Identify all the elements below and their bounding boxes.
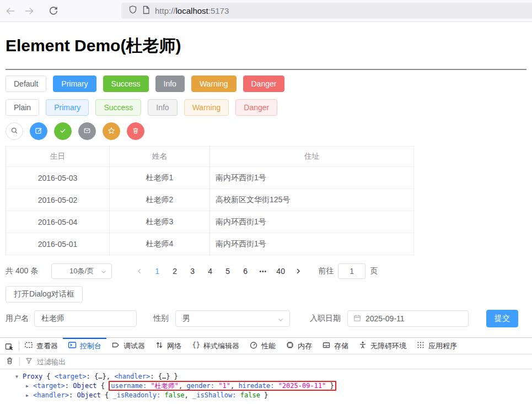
plain-button[interactable]: Plain bbox=[6, 99, 39, 116]
network-icon bbox=[155, 341, 164, 351]
tab-inspector[interactable]: 查看器 bbox=[19, 338, 63, 354]
success-button[interactable]: Success bbox=[103, 76, 149, 92]
page-number-5[interactable]: 5 bbox=[219, 267, 237, 276]
default-button[interactable]: Default bbox=[6, 76, 46, 92]
column-header-address: 住址 bbox=[210, 147, 414, 167]
plain-info-button[interactable]: Info bbox=[148, 99, 177, 116]
table-row[interactable]: 2016-05-03 杜老师1 南内环西街1号 bbox=[6, 167, 414, 189]
divider bbox=[6, 69, 526, 70]
page-number-6[interactable]: 6 bbox=[237, 267, 254, 276]
object-classname: Object bbox=[77, 391, 100, 399]
expand-caret-icon[interactable]: ▶ bbox=[26, 391, 33, 400]
primary-button[interactable]: Primary bbox=[53, 76, 96, 92]
submit-button[interactable]: 提交 bbox=[486, 310, 518, 327]
pick-element-icon[interactable] bbox=[0, 338, 19, 354]
tab-debugger[interactable]: 调试器 bbox=[106, 338, 150, 354]
page-info-icon[interactable] bbox=[142, 6, 150, 17]
plain-warning-button[interactable]: Warning bbox=[184, 99, 229, 116]
page-number-4[interactable]: 4 bbox=[201, 267, 219, 276]
collapse-caret-icon[interactable]: ▼ bbox=[15, 373, 23, 381]
string-value: "1" bbox=[218, 382, 230, 390]
column-header-name: 姓名 bbox=[110, 147, 210, 167]
tab-storage[interactable]: 存储 bbox=[317, 338, 353, 354]
plain-success-button[interactable]: Success bbox=[95, 99, 141, 116]
tab-label: 样式编辑器 bbox=[203, 341, 239, 351]
chevron-down-icon bbox=[277, 316, 284, 325]
cell-address: 南内环西街1号 bbox=[210, 233, 414, 255]
tab-accessibility[interactable]: 无障碍环境 bbox=[353, 338, 411, 354]
forward-icon[interactable] bbox=[20, 2, 39, 20]
shield-icon[interactable] bbox=[128, 5, 137, 17]
table-row[interactable]: 2016-05-01 杜老师4 南内环西街1号 bbox=[6, 233, 414, 255]
plain-button-row: Plain Primary Success Info Warning Dange… bbox=[6, 99, 532, 116]
tab-console[interactable]: 控制台 bbox=[63, 338, 106, 354]
open-dialog-button[interactable]: 打开Dialog对话框 bbox=[6, 286, 83, 303]
tab-style-editor[interactable]: {} 样式编辑器 bbox=[186, 338, 244, 354]
message-circle-button[interactable] bbox=[78, 122, 96, 140]
tab-label: 无障碍环境 bbox=[370, 341, 406, 351]
gender-label: 性别 bbox=[153, 314, 169, 324]
search-circle-button[interactable] bbox=[6, 122, 23, 140]
calendar-icon bbox=[353, 314, 361, 324]
tab-label: 应用程序 bbox=[428, 341, 457, 351]
url-bar[interactable]: http://localhost:5173 bbox=[121, 3, 532, 19]
page-number-40[interactable]: 40 bbox=[272, 267, 289, 276]
star-icon bbox=[108, 127, 115, 136]
circle-button-row bbox=[6, 122, 532, 140]
page-number-3[interactable]: 3 bbox=[184, 267, 201, 276]
cell-address: 高校新区文华街125号 bbox=[210, 189, 414, 211]
annotation-highlight: username: "杜老师", gender: "1", hiredate: … bbox=[109, 381, 336, 391]
prev-page-button[interactable] bbox=[131, 263, 148, 279]
console-message[interactable]: ▼Proxy { <target>: {…}, <handler>: {…} } bbox=[0, 372, 532, 381]
tab-memory[interactable]: 内存 bbox=[281, 338, 317, 354]
warning-button[interactable]: Warning bbox=[191, 76, 237, 92]
tab-label: 调试器 bbox=[123, 341, 145, 351]
clear-console-icon[interactable] bbox=[6, 357, 14, 367]
property-key: <target> bbox=[55, 373, 87, 380]
property-key: <handler> bbox=[114, 373, 150, 380]
page-size-select[interactable]: 10条/页 bbox=[51, 263, 112, 279]
tab-network[interactable]: 网络 bbox=[150, 338, 186, 354]
check-circle-button[interactable] bbox=[54, 122, 72, 140]
page-number-1[interactable]: 1 bbox=[148, 267, 166, 276]
cell-birthday: 2016-05-03 bbox=[6, 167, 110, 189]
message-icon bbox=[83, 127, 91, 136]
next-page-button[interactable] bbox=[289, 263, 307, 279]
tab-performance[interactable]: 性能 bbox=[244, 338, 281, 354]
tab-label: 性能 bbox=[261, 341, 276, 351]
info-button[interactable]: Info bbox=[155, 76, 185, 92]
plain-danger-button[interactable]: Danger bbox=[235, 99, 277, 116]
delete-circle-button[interactable] bbox=[127, 122, 144, 140]
console-icon bbox=[68, 341, 77, 351]
page-content: Element Demo(杜老师) Default Primary Succes… bbox=[0, 23, 532, 337]
console-message[interactable]: ▶<target>: Object { username: "杜老师", gen… bbox=[0, 381, 532, 391]
back-icon[interactable] bbox=[1, 2, 20, 20]
reload-icon[interactable] bbox=[44, 2, 63, 20]
devtools-panel: 查看器 控制台 调试器 网络 {} 样式编辑器 性能 bbox=[0, 337, 532, 404]
table-row[interactable]: 2016-05-02 杜老师2 高校新区文华街125号 bbox=[6, 189, 414, 211]
username-input[interactable] bbox=[34, 310, 137, 327]
tab-application[interactable]: 应用程序 bbox=[411, 338, 462, 354]
storage-icon bbox=[322, 341, 331, 351]
filter-input[interactable] bbox=[37, 358, 532, 366]
page-number-2[interactable]: 2 bbox=[166, 267, 184, 276]
edit-circle-button[interactable] bbox=[30, 122, 47, 140]
plain-primary-button[interactable]: Primary bbox=[46, 99, 89, 116]
cell-address: 南内环西街1号 bbox=[210, 167, 414, 189]
accessibility-icon bbox=[358, 341, 367, 351]
url-scheme: http:// bbox=[155, 6, 176, 15]
cell-name: 杜老师2 bbox=[110, 189, 210, 211]
gender-select[interactable]: 男 bbox=[175, 310, 290, 327]
edit-icon bbox=[35, 127, 42, 136]
goto-page-input[interactable] bbox=[338, 263, 366, 279]
property-key: gender: bbox=[186, 382, 218, 390]
hiredate-input[interactable]: 2025-09-11 bbox=[347, 310, 469, 327]
username-label: 用户名 bbox=[6, 314, 29, 324]
more-pages-icon[interactable]: ••• bbox=[254, 268, 272, 274]
danger-button[interactable]: Danger bbox=[243, 76, 285, 92]
expand-caret-icon[interactable]: ▶ bbox=[26, 382, 33, 391]
console-message[interactable]: ▶<handler>: Object { _isReadonly: false,… bbox=[0, 391, 532, 400]
star-circle-button[interactable] bbox=[103, 122, 120, 140]
table-row[interactable]: 2016-05-04 杜老师3 南内环西街1号 bbox=[6, 211, 414, 233]
property-key: <target> bbox=[33, 382, 65, 390]
